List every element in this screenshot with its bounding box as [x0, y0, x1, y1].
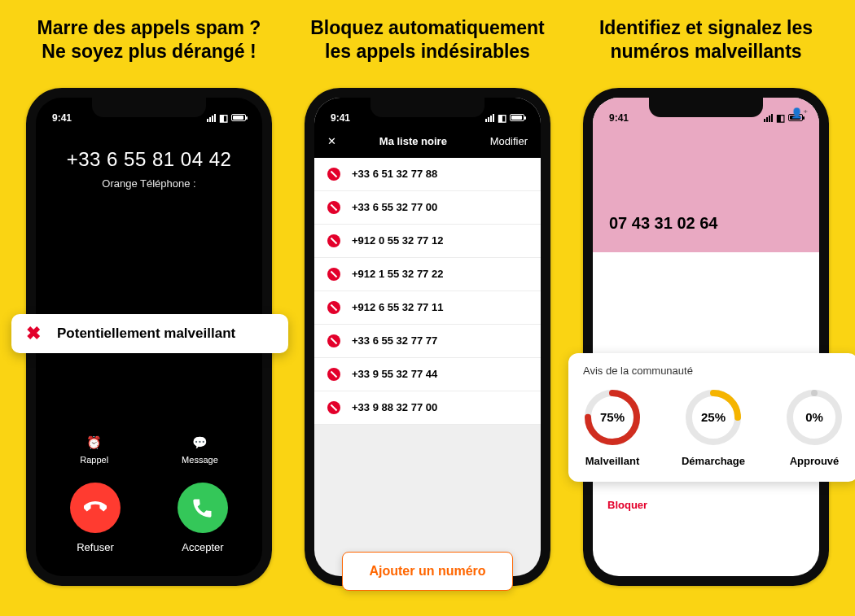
message-button[interactable]: 💬 Message — [182, 435, 218, 465]
rating-ring: 75%Malveillant — [583, 388, 642, 467]
promo-column-1: Marre des appels spam ? Ne soyez plus dé… — [15, 16, 283, 616]
list-item[interactable]: +33 6 55 32 77 00 — [314, 191, 541, 225]
message-icon: 💬 — [192, 435, 207, 450]
block-icon — [327, 168, 340, 181]
incoming-number: +33 6 55 81 04 42 — [36, 148, 262, 171]
spam-warning-card: ✖ Potentiellement malveillant — [11, 314, 288, 353]
status-time: 9:41 — [331, 112, 350, 124]
list-item[interactable]: +33 6 51 32 77 88 — [314, 158, 541, 191]
list-item[interactable]: +912 0 55 32 77 12 — [314, 225, 541, 258]
heading-2: Bloquez automatiquement les appels indés… — [310, 16, 545, 63]
blocked-number: +33 9 55 32 77 44 — [352, 368, 437, 380]
ring-label: Approuvé — [790, 455, 840, 467]
ring-percent: 0% — [785, 388, 844, 447]
block-icon — [327, 334, 340, 347]
heading-3: Identifiez et signalez les numéros malve… — [599, 16, 813, 63]
blocked-number: +33 6 55 32 77 77 — [352, 334, 437, 347]
report-screen: 9:41 ◧ 👤⁺ 07 43 31 02 64 +33 7 43 31 02 … — [593, 98, 819, 576]
block-icon — [327, 234, 340, 247]
wifi-icon: ◧ — [776, 112, 785, 124]
provider-label: Orange Téléphone : — [36, 177, 262, 190]
phone-mock-3: 9:41 ◧ 👤⁺ 07 43 31 02 64 +33 7 43 31 02 … — [583, 88, 829, 586]
accept-icon — [178, 483, 228, 533]
block-icon — [327, 268, 340, 281]
alarm-icon: ⏰ — [87, 435, 102, 450]
community-rings: 75%Malveillant25%Démarchage0%Approuvé — [583, 388, 844, 467]
list-item[interactable]: +33 9 88 32 77 00 — [314, 391, 541, 425]
blocked-number: +912 0 55 32 77 12 — [352, 234, 443, 247]
rating-ring: 0%Approuvé — [785, 388, 844, 467]
ring-label: Démarchage — [682, 455, 745, 467]
blacklist-title: Ma liste noire — [379, 135, 447, 147]
blacklist-rows: +33 6 51 32 77 88+33 6 55 32 77 00+912 0… — [314, 158, 541, 425]
block-button[interactable]: Bloquer — [607, 489, 805, 521]
notch — [370, 98, 484, 117]
decline-label: Refuser — [70, 541, 121, 553]
blocked-number: +912 1 55 32 77 22 — [352, 268, 443, 280]
ring-percent: 75% — [583, 388, 642, 447]
call-actions: ⏰ Rappel 💬 Message Refuser — [36, 435, 262, 576]
status-icons: ◧ — [207, 112, 246, 124]
block-icon — [327, 301, 340, 314]
accept-label: Accepter — [178, 541, 228, 553]
block-icon — [327, 201, 340, 214]
warning-x-icon: ✖ — [26, 323, 41, 344]
decline-icon — [70, 483, 121, 533]
status-icons: ◧ — [485, 112, 524, 124]
heading-1: Marre des appels spam ? Ne soyez plus dé… — [37, 16, 261, 63]
block-icon — [327, 368, 340, 381]
battery-icon — [510, 114, 524, 121]
blocked-number: +33 9 88 32 77 00 — [352, 401, 437, 413]
notch — [92, 98, 206, 117]
accept-button[interactable]: Accepter — [178, 483, 228, 553]
message-label: Message — [182, 455, 218, 465]
display-number: 07 43 31 02 64 — [609, 214, 717, 233]
add-number-wrap: Ajouter un numéro — [305, 552, 550, 591]
number-hero: 9:41 ◧ 👤⁺ 07 43 31 02 64 — [593, 98, 819, 252]
blacklist-screen: 9:41 ◧ ✕ Ma liste noire Modifier +33 6 5… — [314, 98, 541, 576]
wifi-icon: ◧ — [498, 112, 506, 124]
block-icon — [327, 401, 340, 414]
add-contact-icon[interactable]: 👤⁺ — [791, 107, 808, 119]
ring-label: Malveillant — [585, 455, 639, 467]
close-button[interactable]: ✕ — [327, 135, 336, 147]
remind-button[interactable]: ⏰ Rappel — [80, 435, 108, 465]
list-item[interactable]: +33 9 55 32 77 44 — [314, 358, 541, 391]
decline-button[interactable]: Refuser — [70, 483, 121, 553]
list-item[interactable]: +912 6 55 32 77 11 — [314, 291, 541, 325]
phone-mock-1: 9:41 ◧ +33 6 55 81 04 42 Orange Téléphon… — [26, 88, 272, 586]
battery-icon — [231, 114, 246, 121]
status-time: 9:41 — [609, 112, 629, 124]
ring-percent: 25% — [684, 388, 743, 447]
phone-mock-2: 9:41 ◧ ✕ Ma liste noire Modifier +33 6 5… — [305, 88, 550, 586]
blacklist-header: ✕ Ma liste noire Modifier — [314, 125, 541, 158]
remind-label: Rappel — [80, 455, 108, 465]
add-number-button[interactable]: Ajouter un numéro — [342, 552, 512, 591]
notch — [649, 98, 763, 117]
warning-text: Potentiellement malveillant — [57, 325, 235, 341]
signal-icon — [764, 114, 773, 122]
signal-icon — [207, 114, 216, 122]
promo-column-2: Bloquez automatiquement les appels indés… — [293, 16, 562, 616]
list-item[interactable]: +912 1 55 32 77 22 — [314, 258, 541, 291]
blocked-number: +33 6 51 32 77 88 — [352, 168, 437, 180]
community-title: Avis de la communauté — [583, 365, 844, 377]
signal-icon — [485, 114, 494, 122]
wifi-icon: ◧ — [219, 112, 228, 124]
blocked-number: +912 6 55 32 77 11 — [352, 301, 443, 313]
list-item[interactable]: +33 6 55 32 77 77 — [314, 325, 541, 358]
rating-ring: 25%Démarchage — [682, 388, 745, 467]
promo-column-3: Identifiez et signalez les numéros malve… — [572, 16, 840, 616]
blocked-number: +33 6 55 32 77 00 — [352, 201, 437, 213]
edit-button[interactable]: Modifier — [490, 135, 528, 147]
community-card: Avis de la communauté 75%Malveillant25%D… — [568, 353, 855, 482]
status-time: 9:41 — [52, 112, 72, 124]
